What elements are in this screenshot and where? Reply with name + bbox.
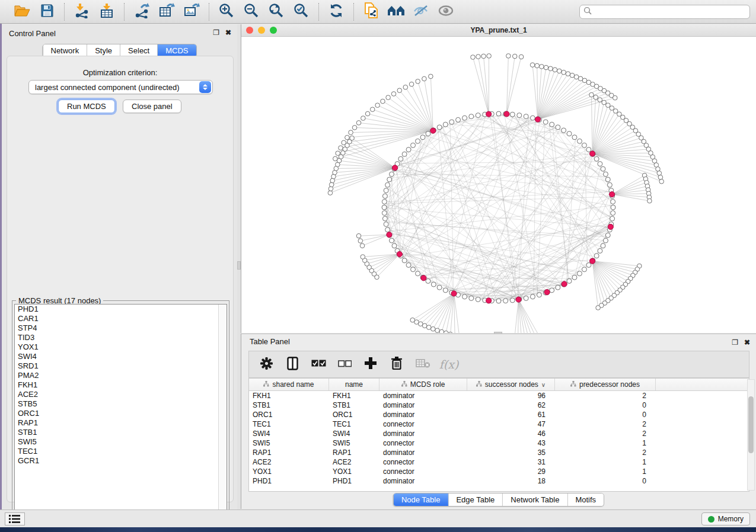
import-network-button[interactable] — [72, 3, 92, 21]
network-node[interactable] — [406, 148, 411, 152]
network-node[interactable] — [496, 111, 501, 116]
network-node[interactable] — [382, 211, 387, 216]
network-node[interactable] — [360, 243, 365, 248]
tab-node-table[interactable]: Node Table — [394, 493, 449, 506]
mcds-result-item[interactable]: STB1 — [15, 428, 227, 437]
network-node[interactable] — [605, 233, 610, 238]
network-node[interactable] — [577, 139, 582, 143]
network-node[interactable] — [356, 121, 361, 126]
network-node[interactable] — [397, 88, 402, 93]
mcds-hub-node[interactable] — [486, 298, 492, 303]
table-row[interactable]: ORC1ORC1dominator610 — [249, 410, 749, 419]
network-node[interactable] — [582, 143, 586, 148]
node-table[interactable]: shared namenameMCDS rolesuccessor nodes∨… — [248, 378, 749, 492]
network-node[interactable] — [370, 107, 375, 112]
network-node[interactable] — [381, 99, 385, 104]
network-node[interactable] — [487, 54, 492, 59]
network-node[interactable] — [550, 288, 554, 293]
network-node[interactable] — [352, 126, 357, 130]
network-node[interactable] — [390, 238, 394, 243]
network-node[interactable] — [512, 54, 517, 59]
network-canvas[interactable] — [241, 37, 756, 333]
network-node[interactable] — [416, 139, 420, 143]
network-node[interactable] — [540, 65, 544, 69]
network-node[interactable] — [462, 294, 467, 299]
network-node[interactable] — [329, 182, 334, 187]
network-node[interactable] — [506, 54, 511, 59]
save-session-button[interactable] — [37, 3, 57, 21]
network-node[interactable] — [572, 135, 577, 140]
mcds-result-item[interactable]: SWI4 — [15, 352, 227, 361]
network-node[interactable] — [384, 222, 388, 226]
minimize-traffic-icon[interactable] — [258, 27, 265, 34]
mcds-hub-node[interactable] — [562, 281, 567, 287]
network-node[interactable] — [594, 95, 598, 100]
network-node[interactable] — [403, 85, 408, 89]
network-node[interactable] — [503, 299, 508, 303]
network-node[interactable] — [402, 152, 407, 156]
network-node[interactable] — [411, 267, 416, 272]
network-node[interactable] — [402, 258, 407, 263]
network-node[interactable] — [410, 318, 415, 322]
search-box[interactable] — [579, 5, 750, 19]
mcds-result-item[interactable]: ACE2 — [15, 390, 227, 399]
tab-network[interactable]: Network — [43, 44, 87, 57]
search-input[interactable] — [592, 8, 746, 16]
network-node[interactable] — [382, 194, 387, 198]
column-header-MCDS-role[interactable]: MCDS role — [379, 379, 467, 390]
zoom-selected-button[interactable] — [291, 3, 311, 21]
network-node[interactable] — [469, 114, 474, 119]
network-node[interactable] — [406, 262, 411, 267]
network-node[interactable] — [448, 332, 453, 333]
close-panel-button[interactable]: Close panel — [123, 100, 181, 113]
network-node[interactable] — [471, 55, 476, 60]
network-node[interactable] — [556, 285, 560, 290]
network-node[interactable] — [594, 156, 599, 161]
mcds-hub-node[interactable] — [451, 291, 457, 296]
task-history-button[interactable] — [5, 512, 25, 525]
network-node[interactable] — [574, 75, 579, 79]
mcds-hub-node[interactable] — [504, 111, 509, 117]
network-node[interactable] — [350, 136, 355, 140]
column-header-successor-nodes[interactable]: successor nodes∨ — [467, 379, 555, 390]
tab-select[interactable]: Select — [120, 44, 158, 57]
network-node[interactable] — [598, 98, 602, 102]
network-node[interactable] — [570, 73, 575, 78]
network-node[interactable] — [610, 106, 614, 111]
network-node[interactable] — [431, 282, 436, 287]
mcds-hub-node[interactable] — [397, 251, 402, 257]
network-node[interactable] — [606, 103, 611, 108]
network-node[interactable] — [384, 188, 388, 193]
import-table-button[interactable] — [97, 3, 117, 21]
network-node[interactable] — [328, 187, 333, 191]
network-node[interactable] — [659, 179, 664, 184]
network-node[interactable] — [557, 69, 562, 73]
table-row[interactable]: RAP1RAP1dominator352 — [249, 448, 749, 457]
network-node[interactable] — [429, 74, 433, 79]
network-node[interactable] — [548, 66, 553, 71]
network-node[interactable] — [610, 216, 615, 221]
network-node[interactable] — [390, 172, 394, 177]
network-node[interactable] — [562, 128, 566, 133]
tab-network-table[interactable]: Network Table — [503, 493, 567, 506]
network-node[interactable] — [544, 65, 548, 70]
network-node[interactable] — [375, 103, 380, 108]
network-node[interactable] — [409, 82, 414, 86]
network-node[interactable] — [439, 329, 444, 333]
mcds-hub-node[interactable] — [535, 117, 540, 122]
network-node[interactable] — [496, 299, 501, 303]
network-node[interactable] — [437, 285, 442, 290]
mcds-hub-node[interactable] — [486, 111, 492, 117]
zoom-fit-button[interactable] — [266, 3, 286, 21]
network-node[interactable] — [422, 76, 427, 81]
network-node[interactable] — [385, 227, 390, 232]
network-node[interactable] — [382, 216, 387, 221]
mcds-hub-node[interactable] — [430, 128, 436, 133]
network-node[interactable] — [443, 288, 448, 293]
network-node[interactable] — [603, 238, 608, 243]
network-node[interactable] — [601, 166, 605, 171]
network-node[interactable] — [391, 92, 396, 97]
network-node[interactable] — [582, 267, 586, 272]
select-all-button[interactable] — [310, 355, 327, 373]
network-node[interactable] — [416, 271, 420, 276]
